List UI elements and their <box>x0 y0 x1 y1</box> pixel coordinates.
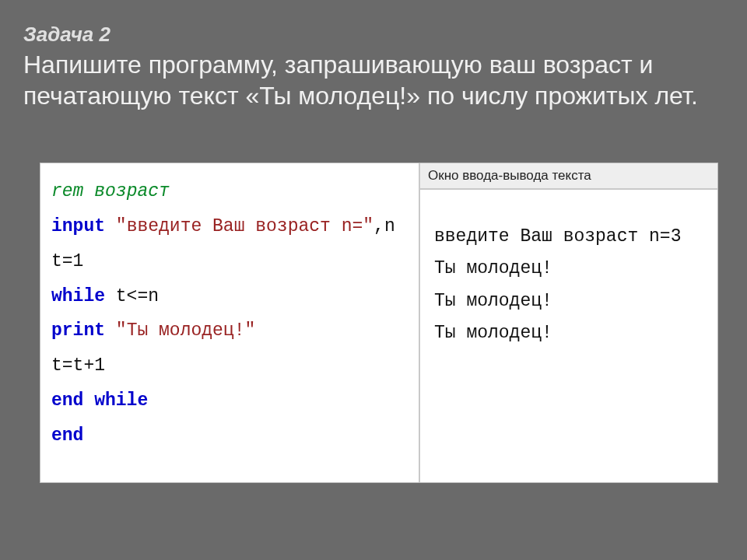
panels: rem возраст input "введите Ваш возраст n… <box>40 163 717 482</box>
code-line-end: end <box>51 418 411 453</box>
output-line: Ты молодец! <box>434 253 710 285</box>
print-keyword: print <box>51 320 105 341</box>
output-line: Ты молодец! <box>434 317 710 349</box>
slide: Задача 2 Напишите программу, запрашивающ… <box>0 0 747 560</box>
code-line-t1: t=1 <box>51 244 411 279</box>
output-body: введите Ваш возраст n=3 Ты молодец! Ты м… <box>420 190 717 350</box>
task-text: Напишите программу, запрашивающую ваш во… <box>23 49 708 111</box>
output-line: Ты молодец! <box>434 285 710 317</box>
code-pane: rem возраст input "введите Ваш возраст n… <box>40 163 420 482</box>
code-line-endwhile: end while <box>51 383 411 418</box>
input-keyword: input <box>51 216 105 236</box>
output-title: Окно ввода-вывода текста <box>420 163 717 190</box>
code-line-input: input "введите Ваш возраст n=",n <box>51 209 411 244</box>
rem-keyword: rem <box>51 181 83 201</box>
output-line: введите Ваш возраст n=3 <box>434 221 710 253</box>
input-string: "введите Ваш возраст n=" <box>116 216 374 236</box>
rem-comment: возраст <box>83 181 169 201</box>
while-cond: t<=n <box>105 286 159 306</box>
while-keyword: while <box>51 286 105 306</box>
code-line-tinc: t=t+1 <box>51 348 411 383</box>
code-line-print: print "Ты молодец!" <box>51 313 411 348</box>
input-tail: ,n <box>374 216 395 236</box>
heading-block: Задача 2 Напишите программу, запрашивающ… <box>23 22 724 111</box>
task-number: Задача 2 <box>23 22 724 47</box>
code-line-while: while t<=n <box>51 279 411 314</box>
code-line-rem: rem возраст <box>51 174 411 209</box>
print-string: "Ты молодец!" <box>116 320 255 341</box>
output-pane: Окно ввода-вывода текста введите Ваш воз… <box>420 163 717 482</box>
